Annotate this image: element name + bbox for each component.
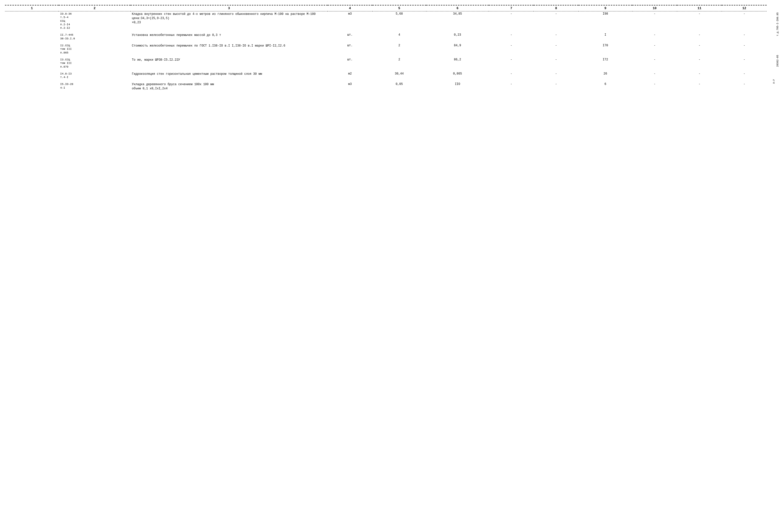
row4-code: I3.ССЦ том III п.879 [59, 57, 131, 69]
header-col3: 3 [131, 5, 328, 11]
row3-col8: - [534, 43, 579, 55]
row5-num [5, 71, 59, 80]
row4-col11: - [677, 57, 722, 69]
row4-desc: То же, марки ШРЗ8-I5.I2.22У [131, 57, 328, 69]
row3-code: I2.ССЦ том III п.865 [59, 43, 131, 55]
row1-col12: - [722, 11, 767, 31]
row1-col7: - [489, 11, 534, 31]
row5-col8: - [534, 71, 579, 80]
row3-col11: - [677, 43, 722, 55]
row1-col5: 5,68 [372, 11, 426, 31]
row5-col12: - [722, 71, 767, 80]
row6-col12: - [722, 82, 767, 92]
row6-col7: - [489, 82, 534, 92]
row2-col7: - [489, 32, 534, 41]
row4-col12: - [722, 57, 767, 69]
row2-desc: Установка железобетонных перемычек массо… [131, 32, 328, 41]
header-col10: 10 [632, 5, 677, 11]
header-col9: 9 [579, 5, 632, 11]
row2-unit: шт. [328, 32, 372, 41]
row6-col5: 0,05 [372, 82, 426, 92]
header-col11: 11 [677, 5, 722, 11]
row1-unit: м3 [328, 11, 372, 31]
header-col8: 8 [534, 5, 579, 11]
row1-code: IO.8-36 т.5-4 ССЦ п.2-I4 п.2-I2 [59, 11, 131, 31]
header-col12: 12 [722, 5, 767, 11]
header-col5: 5 [372, 5, 426, 11]
table-row: I5.IO-28 4-I Укладка деревянного бруса с… [5, 82, 767, 92]
header-col4: 4 [328, 5, 372, 11]
right-annotation-3: 20362-05 [776, 55, 779, 67]
row2-col10: - [632, 32, 677, 41]
main-table: 1 2 3 4 5 6 7 8 9 10 11 12 IO.8-36 т.5-4… [5, 5, 767, 92]
row1-num [5, 11, 59, 31]
row6-col11: - [677, 82, 722, 92]
row1-col11: - [677, 11, 722, 31]
row2-col11: - [677, 32, 722, 41]
row4-col5: 2 [372, 57, 426, 69]
row5-col5: 30,44 [372, 71, 426, 80]
row1-col9: I98 [579, 11, 632, 31]
table-row: IO.8-36 т.5-4 ССЦ п.2-I4 п.2-I2 Кладка в… [5, 11, 767, 31]
row3-col6: 84,9 [426, 43, 489, 55]
row5-desc: Гидроизоляция стен горизонтальная цемент… [131, 71, 328, 80]
header-col2: 2 [59, 5, 131, 11]
row2-col5: 4 [372, 32, 426, 41]
header-col7: 7 [489, 5, 534, 11]
header-col1: 1 [5, 5, 59, 11]
row6-col10: - [632, 82, 677, 92]
row3-col10: - [632, 43, 677, 55]
row4-num [5, 57, 59, 69]
row3-desc: Стоимость железобетонных перемычек по ГО… [131, 43, 328, 55]
row3-num [5, 43, 59, 55]
table-row: I3.ССЦ том III п.879 То же, марки ШРЗ8-I… [5, 57, 767, 69]
page-container: 1 2 3 4 5 6 7 8 9 10 11 12 IO.8-36 т.5-4… [5, 5, 779, 92]
row6-code: I5.IO-28 4-I [59, 82, 131, 92]
table-row: II.7-445 38-IO.I.8 Установка железобетон… [5, 32, 767, 41]
row6-col6: IIO [426, 82, 489, 92]
row3-col7: - [489, 43, 534, 55]
row3-col5: 2 [372, 43, 426, 55]
table-row: I2.ССЦ том III п.865 Стоимость железобет… [5, 43, 767, 55]
row2-col9: I [579, 32, 632, 41]
row5-col6: 0,865 [426, 71, 489, 80]
row1-col8: - [534, 11, 579, 31]
row1-desc: Кладка внутренних стен высотой до 4-х ме… [131, 11, 328, 31]
row2-col12: - [722, 32, 767, 41]
row4-col9: I72 [579, 57, 632, 69]
row4-col7: - [489, 57, 534, 69]
row4-col6: 86,2 [426, 57, 489, 69]
row4-col8: - [534, 57, 579, 69]
row2-code: II.7-445 38-IO.I.8 [59, 32, 131, 41]
row5-col9: 26 [579, 71, 632, 80]
row6-col9: 6 [579, 82, 632, 92]
right-annotation-2: А-У [773, 79, 775, 84]
row4-col10: - [632, 57, 677, 69]
row6-desc: Укладка деревянного бруса сечением 100x … [131, 82, 328, 92]
row3-col9: I70 [579, 43, 632, 55]
row6-col8: - [534, 82, 579, 92]
row5-col7: - [489, 71, 534, 80]
row6-unit: м3 [328, 82, 372, 92]
row6-num [5, 82, 59, 92]
row2-col8: - [534, 32, 579, 41]
row2-num [5, 32, 59, 41]
row4-unit: шт. [328, 57, 372, 69]
table-row: I4.8-I3 т.4-I Гидроизоляция стен горизон… [5, 71, 767, 80]
header-col6: 6 [426, 5, 489, 11]
row3-col12: - [722, 43, 767, 55]
row5-col10: - [632, 71, 677, 80]
row5-code: I4.8-I3 т.4-I [59, 71, 131, 80]
row1-col10: - [632, 11, 677, 31]
row5-col11: - [677, 71, 722, 80]
right-annotation-1: т.д.705-I-I80.85 [776, 12, 779, 36]
row3-unit: шт. [328, 43, 372, 55]
table-header: 1 2 3 4 5 6 7 8 9 10 11 12 [5, 5, 767, 11]
row1-col6: 34,85 [426, 11, 489, 31]
row2-col6: 0,23 [426, 32, 489, 41]
row5-unit: м2 [328, 71, 372, 80]
